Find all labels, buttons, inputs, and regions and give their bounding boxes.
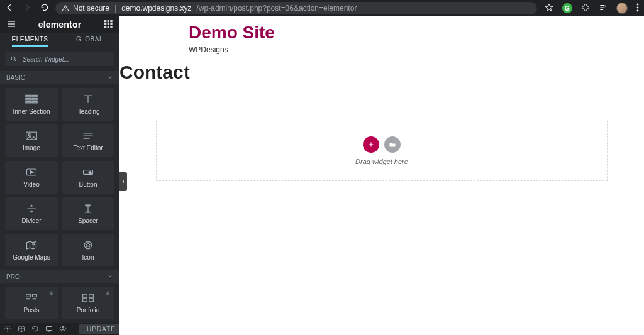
security-chip[interactable]: Not secure bbox=[62, 4, 109, 13]
svg-rect-27 bbox=[83, 294, 87, 297]
tab-elements[interactable]: ELEMENTS bbox=[0, 33, 60, 47]
star-icon bbox=[82, 239, 94, 251]
widget-heading[interactable]: Heading bbox=[62, 88, 114, 121]
button-icon bbox=[82, 167, 94, 178]
panel-tabs: ELEMENTS GLOBAL bbox=[0, 33, 119, 48]
svg-rect-6 bbox=[104, 23, 106, 25]
video-icon bbox=[25, 167, 38, 178]
svg-rect-15 bbox=[26, 98, 31, 100]
divider-icon bbox=[25, 203, 38, 214]
bookmark-icon[interactable] bbox=[545, 3, 553, 14]
widget-video[interactable]: Video bbox=[5, 161, 58, 194]
search-icon bbox=[10, 55, 18, 63]
add-section-button[interactable] bbox=[363, 136, 379, 153]
svg-point-1 bbox=[637, 6, 639, 8]
svg-rect-9 bbox=[104, 26, 106, 28]
widget-posts[interactable]: Posts bbox=[5, 287, 58, 319]
widget-text-editor[interactable]: Text Editor bbox=[62, 124, 114, 157]
widget-label: Spacer bbox=[78, 217, 98, 224]
panel-header: elementor bbox=[0, 16, 119, 33]
widget-label: Google Maps bbox=[13, 254, 50, 261]
site-tagline: WPDesigns bbox=[189, 45, 644, 54]
forward-icon[interactable] bbox=[23, 3, 31, 14]
responsive-icon[interactable] bbox=[45, 325, 53, 334]
history-icon[interactable] bbox=[31, 325, 39, 334]
svg-rect-10 bbox=[108, 26, 109, 28]
url-path: /wp-admin/post.php?post=36&action=elemen… bbox=[197, 4, 357, 13]
site-title[interactable]: Demo Site bbox=[189, 23, 644, 43]
category-pro[interactable]: PRO bbox=[0, 270, 119, 283]
heading-icon bbox=[82, 94, 94, 105]
add-template-button[interactable] bbox=[384, 136, 401, 153]
widget-label: Video bbox=[23, 181, 39, 188]
svg-rect-7 bbox=[108, 23, 109, 25]
widget-label: Portfolio bbox=[77, 307, 100, 314]
widget-search[interactable] bbox=[5, 52, 114, 66]
svg-rect-5 bbox=[110, 20, 112, 22]
svg-rect-29 bbox=[83, 299, 87, 302]
svg-rect-8 bbox=[110, 23, 112, 25]
category-basic[interactable]: BASIC bbox=[0, 71, 119, 84]
tab-global[interactable]: GLOBAL bbox=[60, 33, 119, 47]
svg-rect-4 bbox=[108, 20, 109, 22]
widget-icon[interactable]: Icon bbox=[62, 234, 114, 266]
widget-label: Icon bbox=[82, 254, 94, 261]
widget-divider[interactable]: Divider bbox=[5, 197, 58, 230]
svg-rect-13 bbox=[26, 95, 31, 97]
posts-icon bbox=[25, 292, 38, 304]
widget-google-maps[interactable]: Google Maps bbox=[5, 234, 58, 266]
chevron-down-icon bbox=[107, 273, 113, 280]
svg-rect-17 bbox=[26, 101, 31, 103]
update-button[interactable]: UPDATE bbox=[79, 324, 123, 334]
svg-rect-3 bbox=[104, 20, 106, 22]
omnibox[interactable]: Not secure | demo.wpdesigns.xyz/wp-admin… bbox=[55, 2, 537, 14]
url-host: demo.wpdesigns.xyz bbox=[121, 4, 191, 13]
reload-icon[interactable] bbox=[40, 3, 49, 14]
svg-point-2 bbox=[637, 9, 639, 11]
folder-icon bbox=[389, 141, 396, 148]
widget-inner-section[interactable]: Inner Section bbox=[5, 88, 58, 121]
widget-spacer[interactable]: Spacer bbox=[62, 197, 114, 230]
elementor-logo: elementor bbox=[38, 19, 82, 30]
image-icon bbox=[25, 130, 38, 141]
panel-collapse-handle[interactable] bbox=[119, 172, 127, 191]
warning-icon bbox=[62, 4, 69, 12]
navigator-icon[interactable] bbox=[18, 325, 25, 334]
dropzone-hint: Drag widget here bbox=[355, 158, 408, 165]
svg-point-23 bbox=[33, 243, 35, 245]
svg-rect-28 bbox=[89, 294, 94, 297]
settings-icon[interactable] bbox=[4, 325, 11, 334]
kebab-icon[interactable] bbox=[636, 3, 639, 14]
widget-button[interactable]: Button bbox=[62, 161, 114, 194]
site-header: Demo Site WPDesigns bbox=[119, 16, 644, 57]
svg-point-33 bbox=[62, 327, 64, 329]
reading-list-icon[interactable] bbox=[599, 3, 608, 14]
svg-point-12 bbox=[11, 57, 15, 60]
security-label: Not secure bbox=[73, 4, 109, 13]
widget-portfolio[interactable]: Portfolio bbox=[62, 287, 114, 319]
widget-image[interactable]: Image bbox=[5, 124, 58, 157]
text-editor-icon bbox=[82, 130, 94, 141]
basic-widgets: Inner Section Heading Image Text Editor … bbox=[0, 84, 119, 270]
section-dropzone[interactable]: Drag widget here bbox=[156, 121, 608, 181]
svg-point-0 bbox=[637, 3, 639, 5]
lock-icon bbox=[105, 290, 111, 297]
svg-rect-11 bbox=[110, 26, 112, 28]
svg-rect-25 bbox=[26, 294, 31, 297]
profile-avatar[interactable] bbox=[616, 3, 628, 14]
extensions-icon[interactable] bbox=[581, 3, 590, 14]
extension-grammarly-icon[interactable]: G bbox=[562, 3, 572, 13]
spacer-icon bbox=[82, 203, 94, 214]
widget-label: Divider bbox=[21, 217, 41, 224]
widget-label: Posts bbox=[23, 307, 39, 314]
widget-label: Inner Section bbox=[13, 108, 50, 115]
widget-search-input[interactable] bbox=[21, 55, 109, 63]
apps-grid-icon[interactable] bbox=[103, 19, 113, 30]
chevron-down-icon bbox=[107, 74, 113, 82]
hamburger-icon[interactable] bbox=[6, 19, 16, 30]
svg-rect-26 bbox=[33, 294, 37, 297]
back-icon[interactable] bbox=[5, 3, 14, 14]
inner-section-icon bbox=[25, 94, 38, 105]
panel-footer: UPDATE ▴ bbox=[0, 323, 119, 335]
preview-icon[interactable] bbox=[59, 325, 67, 334]
